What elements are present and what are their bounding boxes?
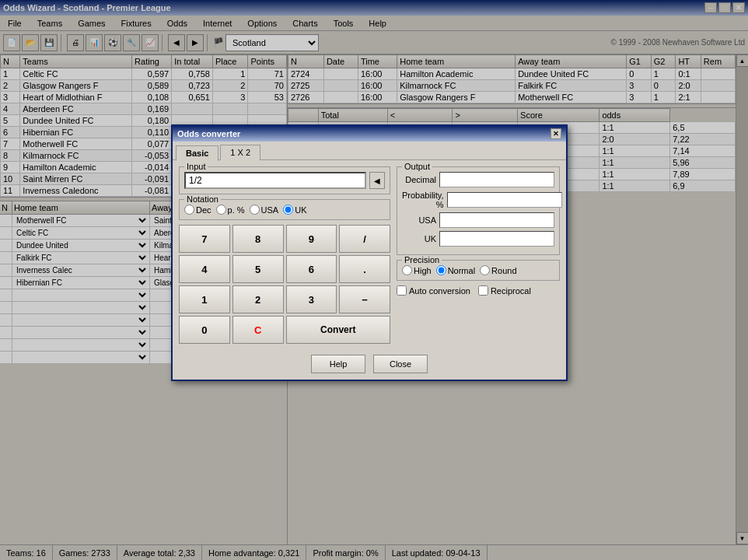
precision-round: Round — [480, 265, 516, 275]
notation-uk-radio[interactable] — [283, 205, 293, 215]
precision-group: Precision High Normal Round — [397, 260, 560, 281]
notation-group: Notation Dec p. % USA — [179, 199, 390, 220]
dialog-titlebar: Odds converter ✕ — [173, 126, 566, 142]
tab-1x2[interactable]: 1 X 2 — [220, 145, 260, 160]
usa-output — [439, 212, 554, 228]
input-label: Input — [184, 162, 208, 171]
input-row: ◀ — [184, 172, 385, 189]
notation-usa: USA — [250, 205, 279, 215]
dialog-title-text: Odds converter — [177, 129, 240, 138]
dialog-body: Input ◀ Notation Dec — [173, 159, 566, 350]
precision-label: Precision — [402, 255, 442, 264]
reciprocal-checkbox[interactable] — [478, 285, 488, 296]
probability-output — [447, 192, 562, 208]
output-group: Output Decimal Probability, % USA U — [397, 166, 560, 255]
notation-p: p. % — [216, 205, 245, 215]
help-button[interactable]: Help — [311, 355, 365, 373]
key-6[interactable]: 6 — [286, 255, 337, 283]
key-9[interactable]: 9 — [286, 225, 337, 253]
precision-normal-radio[interactable] — [436, 265, 446, 275]
precision-normal: Normal — [436, 265, 475, 275]
key-2[interactable]: 2 — [232, 285, 284, 313]
key-clear[interactable]: C — [232, 316, 284, 344]
key-1[interactable]: 1 — [179, 285, 230, 313]
usa-row: USA — [402, 212, 554, 228]
check-row: Auto conversion Reciprocal — [397, 285, 560, 296]
uk-output — [439, 231, 554, 247]
probability-row: Probability, % — [402, 191, 554, 209]
auto-conversion-checkbox[interactable] — [397, 285, 407, 296]
uk-row: UK — [402, 231, 554, 247]
dialog-footer: Help Close — [173, 350, 566, 380]
notation-dec-radio[interactable] — [184, 205, 194, 215]
output-label: Output — [402, 162, 432, 171]
precision-round-radio[interactable] — [480, 265, 490, 275]
key-3[interactable]: 3 — [286, 285, 337, 313]
key-7[interactable]: 7 — [179, 225, 230, 253]
reciprocal-item: Reciprocal — [478, 285, 531, 296]
notation-p-radio[interactable] — [216, 205, 226, 215]
precision-high: High — [402, 265, 432, 275]
dialog-close-btn[interactable]: ✕ — [551, 128, 561, 139]
probability-label: Probability, % — [402, 191, 444, 209]
notation-radio-group: Dec p. % USA UK — [184, 205, 385, 215]
odds-input[interactable] — [184, 172, 366, 189]
decimal-row: Decimal — [402, 172, 554, 187]
notation-usa-radio[interactable] — [250, 205, 260, 215]
reciprocal-label: Reciprocal — [491, 286, 531, 296]
key-minus[interactable]: − — [339, 285, 390, 313]
decimal-label: Decimal — [402, 175, 436, 184]
key-4[interactable]: 4 — [179, 255, 230, 283]
usa-label: USA — [402, 215, 436, 225]
notation-dec: Dec — [184, 205, 211, 215]
key-8[interactable]: 8 — [232, 225, 284, 253]
dialog-left-section: Input ◀ Notation Dec — [179, 166, 390, 344]
options-section: Auto conversion Reciprocal — [397, 285, 560, 296]
odds-converter-dialog: Odds converter ✕ Basic 1 X 2 Input ◀ — [171, 124, 568, 381]
modal-overlay: Odds converter ✕ Basic 1 X 2 Input ◀ — [0, 0, 748, 560]
dialog-tabs: Basic 1 X 2 — [173, 142, 566, 160]
auto-conversion-item: Auto conversion — [397, 285, 470, 296]
notation-label: Notation — [184, 194, 221, 204]
input-arrow-btn[interactable]: ◀ — [369, 172, 385, 189]
uk-label: UK — [402, 234, 436, 243]
input-group: Input ◀ — [179, 166, 390, 194]
notation-uk: UK — [283, 205, 306, 215]
close-button[interactable]: Close — [373, 355, 428, 373]
dialog-right-section: Output Decimal Probability, % USA U — [397, 166, 560, 344]
key-slash[interactable]: / — [339, 225, 390, 253]
precision-radio-group: High Normal Round — [402, 265, 554, 275]
key-5[interactable]: 5 — [232, 255, 284, 283]
convert-button[interactable]: Convert — [286, 316, 391, 344]
key-dot[interactable]: . — [339, 255, 390, 283]
keypad: 7 8 9 / 4 5 6 . 1 2 3 − 0 C Convert — [179, 225, 390, 344]
key-0[interactable]: 0 — [179, 316, 230, 344]
auto-conversion-label: Auto conversion — [409, 286, 470, 296]
precision-high-radio[interactable] — [402, 265, 412, 275]
decimal-output — [439, 172, 554, 187]
tab-basic[interactable]: Basic — [176, 145, 218, 161]
